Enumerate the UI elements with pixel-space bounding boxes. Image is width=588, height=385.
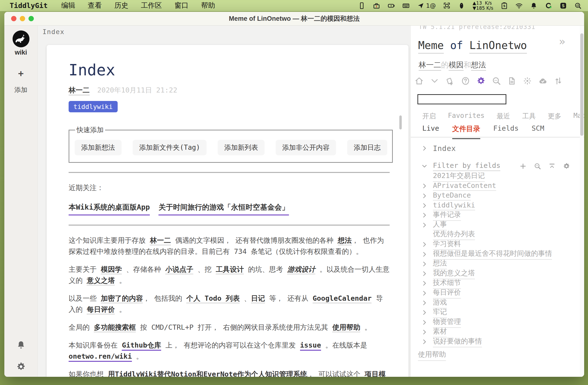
tree-item[interactable]: 说好要做的事情 [411, 337, 584, 346]
quick-add-button[interactable]: 添加新想法 [75, 140, 122, 155]
tree-item-label[interactable]: 游戏 [433, 298, 447, 308]
tree-item-label[interactable]: 学习资料 [433, 239, 461, 250]
status-screen-capture-icon[interactable] [443, 2, 451, 9]
tree-item-label[interactable]: APrivateContent [433, 182, 496, 191]
chevron-right-icon[interactable] [421, 251, 428, 258]
internal-link[interactable]: 多功能搜索框 [94, 323, 136, 332]
tree-item-label[interactable]: ByteDance [433, 191, 471, 201]
tree-item-label[interactable]: 优先待办列表 [433, 229, 475, 240]
chevron-right-icon[interactable] [421, 222, 428, 228]
external-link[interactable]: onetwo.ren/wiki [69, 352, 132, 362]
menu-item[interactable]: 窗口 [174, 1, 189, 10]
internal-link[interactable]: GoogleCalendar [313, 294, 372, 303]
status-mouse-icon[interactable] [458, 2, 465, 9]
tree-item-label[interactable]: 2021年交易日记 [433, 171, 485, 182]
status-slack-icon[interactable]: S [560, 2, 567, 9]
tree-item[interactable]: 技术细节 [411, 279, 584, 288]
tree-item[interactable]: 很想做但是最近舍不得花时间做的事情 [411, 249, 584, 259]
site-title-link[interactable]: LinOnetwo [469, 39, 527, 54]
site-subtitle-link[interactable]: 模因 [449, 61, 463, 71]
notifications-bell-icon[interactable] [16, 340, 26, 350]
add-workspace-plus-icon[interactable]: + [4, 68, 38, 79]
tree-item-label[interactable]: 很想做但是最近舍不得花时间做的事情 [433, 249, 552, 260]
recent-external-link[interactable]: 本Wiki系统的桌面版App [69, 203, 150, 215]
status-keyboard-icon[interactable] [402, 2, 410, 9]
chevron-down-icon[interactable] [421, 163, 428, 169]
tree-item[interactable]: tiddlywiki [411, 201, 584, 210]
git-sync-icon[interactable] [554, 76, 563, 85]
menu-app-name[interactable]: TiddlyGit [10, 1, 48, 10]
external-link[interactable]: Github仓库 [122, 341, 161, 351]
internal-link[interactable]: 加密了的内容 [101, 294, 143, 303]
tree-item[interactable]: 学习资料 [411, 240, 584, 249]
chevron-right-icon[interactable] [421, 300, 428, 306]
home-icon[interactable] [415, 76, 424, 85]
minimize-button[interactable] [20, 16, 25, 21]
internal-link[interactable]: 每日评价 [87, 305, 115, 314]
tree-item-label[interactable]: 我的意义之塔 [433, 268, 475, 279]
author-link[interactable]: 林一二 [69, 86, 90, 95]
tiddler-scrollbar-thumb[interactable] [399, 116, 402, 129]
chevron-right-icon[interactable] [421, 329, 428, 335]
site-title-link[interactable]: Meme [418, 39, 444, 54]
tab-开启[interactable]: 开启 [422, 112, 436, 121]
tree-item-label[interactable]: 想法 [433, 259, 447, 269]
chevron-down-icon[interactable] [430, 76, 439, 85]
settings-icon[interactable] [563, 162, 570, 170]
tree-item[interactable]: 每日评价 [411, 288, 584, 298]
filter-by-fields-link[interactable]: Filter by fields [433, 161, 500, 171]
internal-link-italic[interactable]: 游戏设计 [287, 265, 315, 274]
internal-link[interactable]: 林一二 [150, 236, 171, 245]
chevron-right-icon[interactable] [421, 261, 428, 267]
sidebar-scrollbar-thumb[interactable] [580, 33, 583, 136]
tree-item[interactable]: 我的意义之塔 [411, 269, 584, 279]
tree-item-label[interactable]: 每日评价 [433, 288, 461, 299]
tree-item-label[interactable]: 人事 [433, 220, 447, 230]
tree-item[interactable]: 人事 [411, 220, 584, 230]
menu-item[interactable]: 工作区 [141, 1, 162, 10]
chevron-right-icon[interactable] [421, 319, 428, 325]
status-bell-icon[interactable] [530, 2, 538, 9]
workspace-avatar-cat-icon[interactable] [12, 30, 30, 48]
tree-item[interactable]: 事件记录 [411, 210, 584, 220]
close-button[interactable] [11, 16, 16, 21]
tree-item-label[interactable]: Index [433, 144, 456, 153]
site-subtitle-link[interactable]: 想法 [471, 61, 486, 71]
tree-item-label[interactable]: 牢记 [433, 307, 447, 318]
status-battery-charging-icon[interactable] [387, 2, 395, 9]
add-icon[interactable] [519, 162, 527, 170]
status-clipboard-history-icon[interactable]: 5 [501, 2, 508, 9]
chevron-right-icon[interactable] [421, 241, 428, 247]
quick-add-button[interactable]: 添加新文件夹(Tag) [133, 140, 207, 155]
tree-item-label[interactable]: 技术细节 [433, 278, 461, 289]
status-toolbox-icon[interactable] [373, 2, 380, 9]
tag-pill[interactable]: tiddlywiki [69, 101, 118, 112]
add-workspace-label[interactable]: 添加 [4, 85, 38, 94]
internal-link[interactable]: 模因学 [101, 265, 122, 274]
chevron-right-icon[interactable] [421, 212, 428, 218]
settings-icon[interactable] [476, 76, 485, 85]
preferences-gear-icon[interactable] [16, 362, 26, 371]
zoom-button[interactable] [28, 16, 34, 21]
tree-item[interactable]: 游戏 [411, 298, 584, 308]
chevron-right-icon[interactable] [421, 280, 428, 286]
tree-item[interactable]: 2021年交易日记 [411, 171, 584, 181]
quick-add-button[interactable]: 添加非公开内容 [276, 140, 336, 155]
internal-link[interactable]: 个人 Todo 列表 [186, 294, 240, 303]
theme-icon[interactable] [523, 76, 532, 85]
menu-item[interactable]: 查看 [88, 1, 102, 10]
window-title-bar[interactable]: Meme of LinOnetwo — 林一二的模因和想法 [4, 12, 584, 26]
internal-link[interactable]: 工具设计 [216, 265, 244, 274]
tree-item[interactable]: 想法 [411, 259, 584, 269]
chevron-right-icon[interactable] [421, 339, 428, 345]
cloud-saved-icon[interactable] [538, 76, 547, 85]
tab-最近[interactable]: 最近 [497, 112, 510, 121]
tree-item[interactable]: 优先待办列表 [411, 230, 584, 240]
tree-item[interactable]: 物资管理 [411, 317, 584, 327]
tab-更多[interactable]: 更多 [548, 112, 561, 121]
external-link[interactable]: issue [300, 341, 321, 351]
status-display-icon[interactable] [358, 2, 365, 9]
tree-item[interactable]: APrivateContent [411, 181, 584, 191]
external-link[interactable]: 用TiddlyWiki替代Notion和EverNote作为个人知识管理系统 [108, 370, 307, 377]
tab-Favorites[interactable]: Favorites [448, 112, 484, 121]
